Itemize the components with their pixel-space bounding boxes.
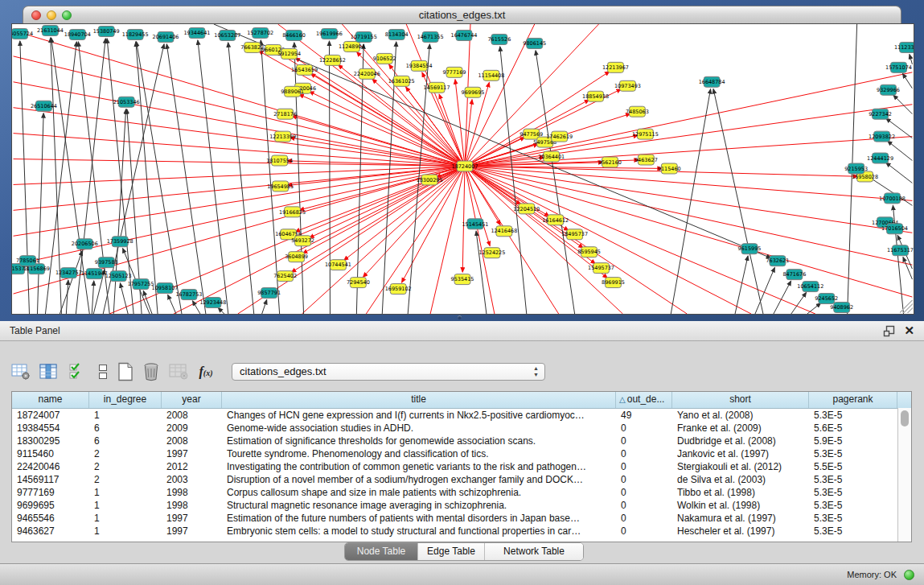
table-cell[interactable]: 1 (89, 512, 162, 525)
table-cell[interactable]: Dudbridge et al. (2008) (672, 435, 809, 447)
table-cell[interactable]: 1 (89, 409, 162, 422)
column-header-out_de[interactable]: △out_de... (616, 392, 672, 408)
select-columns-button[interactable] (66, 360, 88, 383)
show-column-button[interactable] (37, 360, 60, 383)
table-cell[interactable]: Jankovic et al. (1997) (672, 447, 809, 460)
delete-column-button[interactable] (140, 360, 162, 383)
table-cell[interactable]: Tibbo et al. (1998) (672, 486, 809, 499)
table-row[interactable]: 1938455462009Genome-wide association stu… (12, 422, 911, 435)
table-cell[interactable]: 1998 (162, 499, 222, 512)
table-cell[interactable]: 22420046 (12, 460, 89, 473)
table-cell[interactable]: 1 (89, 525, 162, 538)
table-cell[interactable]: 2008 (162, 409, 222, 422)
table-cell[interactable]: 0 (616, 435, 672, 447)
table-cell[interactable]: Estimation of significance thresholds fo… (222, 435, 616, 447)
table-cell[interactable]: Genome-wide association studies in ADHD. (222, 422, 616, 435)
window-resize-grip[interactable] (900, 300, 913, 313)
table-cell[interactable]: 2 (89, 473, 162, 486)
table-cell[interactable]: 0 (616, 460, 672, 473)
table-row[interactable]: 946554611997Estimation of the future num… (12, 512, 911, 525)
table-cell[interactable]: 0 (616, 525, 672, 538)
table-cell[interactable]: Tourette syndrome. Phenomenology and cla… (222, 447, 616, 460)
column-header-pagerank[interactable]: pagerank (809, 392, 897, 408)
table-cell[interactable]: 5.3E-5 (809, 473, 897, 486)
table-mode-button[interactable] (10, 360, 32, 383)
table-cell[interactable]: 19384554 (12, 422, 89, 435)
network-canvas[interactable]: 1872400776638229660128591295416543659214… (11, 23, 914, 315)
tab-node-table[interactable]: Node Table (345, 543, 418, 560)
table-row[interactable]: 1872400712008Changes of HCN gene express… (12, 409, 911, 422)
table-cell[interactable]: 14569117 (12, 473, 89, 486)
table-cell[interactable]: Structural magnetic resonance image aver… (222, 499, 616, 512)
table-cell[interactable]: 5.3E-5 (809, 499, 897, 512)
table-cell[interactable]: 2 (89, 460, 162, 473)
table-cell[interactable]: 0 (616, 447, 672, 460)
table-cell[interactable]: Investigating the contribution of common… (222, 460, 616, 473)
table-cell[interactable]: 5.6E-5 (809, 422, 897, 435)
function-builder-button[interactable]: f(x) (195, 360, 217, 383)
table-cell[interactable]: Changes of HCN gene expression and I(f) … (222, 409, 616, 422)
table-cell[interactable]: 5.9E-5 (809, 435, 897, 447)
table-cell[interactable]: 1 (89, 499, 162, 512)
tab-network-table[interactable]: Network Table (485, 543, 583, 560)
table-cell[interactable]: 18724007 (12, 409, 89, 422)
table-cell[interactable]: 5.5E-5 (809, 460, 897, 473)
table-row[interactable]: 977716911998Corpus callosum shape and si… (12, 486, 911, 499)
table-cell[interactable]: Corpus callosum shape and size in male p… (222, 486, 616, 499)
table-vertical-scrollbar[interactable] (897, 408, 911, 542)
row-height-button[interactable] (92, 360, 114, 383)
column-header-title[interactable]: title (222, 392, 616, 408)
table-cell[interactable]: 1997 (162, 447, 222, 460)
table-cell[interactable]: 1997 (162, 512, 222, 525)
table-cell[interactable]: 2 (89, 447, 162, 460)
table-cell[interactable]: 5.3E-5 (809, 512, 897, 525)
table-cell[interactable]: 2003 (162, 473, 222, 486)
table-cell[interactable]: 9465546 (12, 512, 89, 525)
column-header-in_degree[interactable]: in_degree (89, 392, 162, 408)
table-cell[interactable]: 18300295 (12, 435, 89, 447)
memory-ok-indicator[interactable] (904, 570, 914, 580)
table-cell[interactable]: 49 (616, 409, 672, 422)
table-cell[interactable]: 9463627 (12, 525, 89, 538)
node-table[interactable]: namein_degreeyeartitle△out_de...shortpag… (11, 391, 912, 542)
close-panel-icon[interactable]: ✕ (904, 323, 914, 339)
column-header-year[interactable]: year (162, 392, 222, 408)
float-panel-icon[interactable] (883, 325, 895, 337)
table-cell[interactable]: 0 (616, 486, 672, 499)
table-cell[interactable]: 5.3E-5 (809, 525, 897, 538)
table-cell[interactable]: 0 (616, 512, 672, 525)
table-cell[interactable]: 6 (89, 435, 162, 447)
table-row[interactable]: 946362711997Embryonic stem cells: a mode… (12, 525, 911, 538)
column-header-short[interactable]: short (672, 392, 809, 408)
table-cell[interactable]: Hescheler et al. (1997) (672, 525, 809, 538)
table-cell[interactable]: 6 (89, 422, 162, 435)
table-cell[interactable]: 2008 (162, 435, 222, 447)
table-cell[interactable]: 1 (89, 486, 162, 499)
table-cell[interactable]: 5.3E-5 (809, 486, 897, 499)
table-cell[interactable]: 9115460 (12, 447, 89, 460)
table-cell[interactable]: 9777169 (12, 486, 89, 499)
table-cell[interactable]: Disruption of a novel member of a sodium… (222, 473, 616, 486)
table-cell[interactable]: 1998 (162, 486, 222, 499)
table-cell[interactable]: 9699695 (12, 499, 89, 512)
column-header-name[interactable]: name (12, 392, 89, 408)
table-cell[interactable]: de Silva et al. (2003) (672, 473, 809, 486)
table-cell[interactable]: 0 (616, 422, 672, 435)
table-row[interactable]: 1456911722003Disruption of a novel membe… (12, 473, 911, 486)
table-cell[interactable]: 5.3E-5 (809, 447, 897, 460)
table-row[interactable]: 2242004622012Investigating the contribut… (12, 460, 911, 473)
citation-network-graph[interactable]: 1872400776638229660128591295416543659214… (12, 24, 914, 314)
splitter-handle[interactable] (458, 315, 462, 319)
table-select-dropdown[interactable]: citations_edges.txt ▲▼ (232, 363, 545, 381)
table-row[interactable]: 1830029562008Estimation of significance … (12, 435, 911, 447)
table-cell[interactable]: Stergiakouli et al. (2012) (672, 460, 809, 473)
table-cell[interactable]: 2009 (162, 422, 222, 435)
table-cell[interactable]: 1997 (162, 525, 222, 538)
table-row[interactable]: 969969511998Structural magnetic resonanc… (12, 499, 911, 512)
import-table-button[interactable] (167, 360, 190, 383)
table-cell[interactable]: Nakamura et al. (1997) (672, 512, 809, 525)
table-cell[interactable]: Embryonic stem cells: a model to study s… (222, 525, 616, 538)
table-cell[interactable]: Franke et al. (2009) (672, 422, 809, 435)
create-column-button[interactable] (114, 360, 137, 383)
scrollbar-thumb[interactable] (901, 410, 909, 426)
